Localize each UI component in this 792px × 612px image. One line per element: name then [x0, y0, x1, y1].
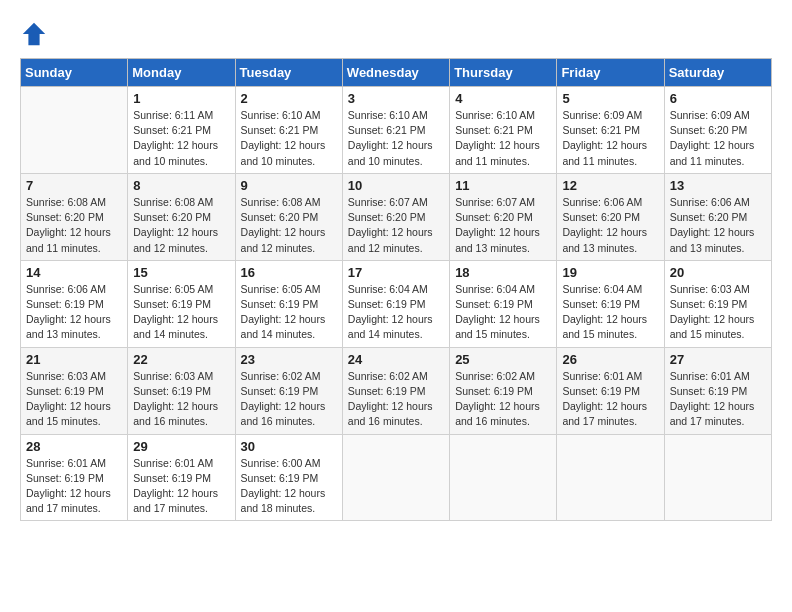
calendar-cell: 14Sunrise: 6:06 AMSunset: 6:19 PMDayligh…: [21, 260, 128, 347]
weekday-header-sunday: Sunday: [21, 59, 128, 87]
calendar-cell: 12Sunrise: 6:06 AMSunset: 6:20 PMDayligh…: [557, 173, 664, 260]
day-number: 16: [241, 265, 337, 280]
day-number: 3: [348, 91, 444, 106]
day-number: 24: [348, 352, 444, 367]
calendar-cell: 17Sunrise: 6:04 AMSunset: 6:19 PMDayligh…: [342, 260, 449, 347]
calendar-cell: 7Sunrise: 6:08 AMSunset: 6:20 PMDaylight…: [21, 173, 128, 260]
day-info: Sunrise: 6:01 AMSunset: 6:19 PMDaylight:…: [670, 369, 766, 430]
calendar-cell: 22Sunrise: 6:03 AMSunset: 6:19 PMDayligh…: [128, 347, 235, 434]
day-number: 10: [348, 178, 444, 193]
calendar-cell: 1Sunrise: 6:11 AMSunset: 6:21 PMDaylight…: [128, 87, 235, 174]
weekday-header-tuesday: Tuesday: [235, 59, 342, 87]
day-number: 17: [348, 265, 444, 280]
calendar-cell: 24Sunrise: 6:02 AMSunset: 6:19 PMDayligh…: [342, 347, 449, 434]
day-info: Sunrise: 6:10 AMSunset: 6:21 PMDaylight:…: [241, 108, 337, 169]
weekday-header-wednesday: Wednesday: [342, 59, 449, 87]
day-number: 30: [241, 439, 337, 454]
calendar-cell: 16Sunrise: 6:05 AMSunset: 6:19 PMDayligh…: [235, 260, 342, 347]
day-number: 21: [26, 352, 122, 367]
calendar-cell: [342, 434, 449, 521]
calendar-cell: 23Sunrise: 6:02 AMSunset: 6:19 PMDayligh…: [235, 347, 342, 434]
day-number: 18: [455, 265, 551, 280]
day-info: Sunrise: 6:10 AMSunset: 6:21 PMDaylight:…: [348, 108, 444, 169]
day-info: Sunrise: 6:06 AMSunset: 6:20 PMDaylight:…: [562, 195, 658, 256]
svg-marker-0: [23, 23, 45, 45]
day-info: Sunrise: 6:05 AMSunset: 6:19 PMDaylight:…: [133, 282, 229, 343]
day-number: 7: [26, 178, 122, 193]
calendar-cell: 5Sunrise: 6:09 AMSunset: 6:21 PMDaylight…: [557, 87, 664, 174]
calendar-week-row: 28Sunrise: 6:01 AMSunset: 6:19 PMDayligh…: [21, 434, 772, 521]
calendar-cell: 6Sunrise: 6:09 AMSunset: 6:20 PMDaylight…: [664, 87, 771, 174]
day-number: 5: [562, 91, 658, 106]
day-number: 4: [455, 91, 551, 106]
day-info: Sunrise: 6:09 AMSunset: 6:21 PMDaylight:…: [562, 108, 658, 169]
page-header: [20, 20, 772, 48]
day-number: 20: [670, 265, 766, 280]
day-info: Sunrise: 6:04 AMSunset: 6:19 PMDaylight:…: [348, 282, 444, 343]
day-info: Sunrise: 6:03 AMSunset: 6:19 PMDaylight:…: [133, 369, 229, 430]
day-number: 27: [670, 352, 766, 367]
calendar-cell: 8Sunrise: 6:08 AMSunset: 6:20 PMDaylight…: [128, 173, 235, 260]
day-number: 15: [133, 265, 229, 280]
calendar-cell: 13Sunrise: 6:06 AMSunset: 6:20 PMDayligh…: [664, 173, 771, 260]
day-number: 19: [562, 265, 658, 280]
calendar-cell: 29Sunrise: 6:01 AMSunset: 6:19 PMDayligh…: [128, 434, 235, 521]
day-info: Sunrise: 6:11 AMSunset: 6:21 PMDaylight:…: [133, 108, 229, 169]
day-info: Sunrise: 6:09 AMSunset: 6:20 PMDaylight:…: [670, 108, 766, 169]
day-info: Sunrise: 6:05 AMSunset: 6:19 PMDaylight:…: [241, 282, 337, 343]
day-info: Sunrise: 6:04 AMSunset: 6:19 PMDaylight:…: [455, 282, 551, 343]
day-number: 14: [26, 265, 122, 280]
logo-icon: [20, 20, 48, 48]
calendar-cell: 10Sunrise: 6:07 AMSunset: 6:20 PMDayligh…: [342, 173, 449, 260]
day-info: Sunrise: 6:01 AMSunset: 6:19 PMDaylight:…: [26, 456, 122, 517]
day-info: Sunrise: 6:02 AMSunset: 6:19 PMDaylight:…: [348, 369, 444, 430]
weekday-header-saturday: Saturday: [664, 59, 771, 87]
day-info: Sunrise: 6:08 AMSunset: 6:20 PMDaylight:…: [241, 195, 337, 256]
day-number: 12: [562, 178, 658, 193]
day-number: 9: [241, 178, 337, 193]
calendar-cell: 15Sunrise: 6:05 AMSunset: 6:19 PMDayligh…: [128, 260, 235, 347]
calendar-cell: 3Sunrise: 6:10 AMSunset: 6:21 PMDaylight…: [342, 87, 449, 174]
day-number: 2: [241, 91, 337, 106]
day-number: 26: [562, 352, 658, 367]
calendar-cell: 19Sunrise: 6:04 AMSunset: 6:19 PMDayligh…: [557, 260, 664, 347]
day-info: Sunrise: 6:08 AMSunset: 6:20 PMDaylight:…: [26, 195, 122, 256]
calendar-cell: 27Sunrise: 6:01 AMSunset: 6:19 PMDayligh…: [664, 347, 771, 434]
day-number: 25: [455, 352, 551, 367]
day-info: Sunrise: 6:10 AMSunset: 6:21 PMDaylight:…: [455, 108, 551, 169]
day-info: Sunrise: 6:03 AMSunset: 6:19 PMDaylight:…: [26, 369, 122, 430]
weekday-header-friday: Friday: [557, 59, 664, 87]
day-number: 6: [670, 91, 766, 106]
calendar-cell: 2Sunrise: 6:10 AMSunset: 6:21 PMDaylight…: [235, 87, 342, 174]
calendar-cell: [557, 434, 664, 521]
day-info: Sunrise: 6:06 AMSunset: 6:19 PMDaylight:…: [26, 282, 122, 343]
calendar-cell: [664, 434, 771, 521]
day-number: 28: [26, 439, 122, 454]
day-info: Sunrise: 6:02 AMSunset: 6:19 PMDaylight:…: [241, 369, 337, 430]
calendar-cell: 18Sunrise: 6:04 AMSunset: 6:19 PMDayligh…: [450, 260, 557, 347]
weekday-header-row: SundayMondayTuesdayWednesdayThursdayFrid…: [21, 59, 772, 87]
logo: [20, 20, 52, 48]
calendar-table: SundayMondayTuesdayWednesdayThursdayFrid…: [20, 58, 772, 521]
calendar-cell: 26Sunrise: 6:01 AMSunset: 6:19 PMDayligh…: [557, 347, 664, 434]
calendar-week-row: 21Sunrise: 6:03 AMSunset: 6:19 PMDayligh…: [21, 347, 772, 434]
day-info: Sunrise: 6:01 AMSunset: 6:19 PMDaylight:…: [133, 456, 229, 517]
day-info: Sunrise: 6:02 AMSunset: 6:19 PMDaylight:…: [455, 369, 551, 430]
calendar-cell: 11Sunrise: 6:07 AMSunset: 6:20 PMDayligh…: [450, 173, 557, 260]
day-number: 11: [455, 178, 551, 193]
day-number: 22: [133, 352, 229, 367]
calendar-cell: 9Sunrise: 6:08 AMSunset: 6:20 PMDaylight…: [235, 173, 342, 260]
calendar-week-row: 1Sunrise: 6:11 AMSunset: 6:21 PMDaylight…: [21, 87, 772, 174]
calendar-cell: 4Sunrise: 6:10 AMSunset: 6:21 PMDaylight…: [450, 87, 557, 174]
weekday-header-thursday: Thursday: [450, 59, 557, 87]
day-info: Sunrise: 6:06 AMSunset: 6:20 PMDaylight:…: [670, 195, 766, 256]
day-number: 13: [670, 178, 766, 193]
calendar-cell: 20Sunrise: 6:03 AMSunset: 6:19 PMDayligh…: [664, 260, 771, 347]
weekday-header-monday: Monday: [128, 59, 235, 87]
calendar-cell: 28Sunrise: 6:01 AMSunset: 6:19 PMDayligh…: [21, 434, 128, 521]
day-info: Sunrise: 6:01 AMSunset: 6:19 PMDaylight:…: [562, 369, 658, 430]
day-number: 1: [133, 91, 229, 106]
calendar-week-row: 14Sunrise: 6:06 AMSunset: 6:19 PMDayligh…: [21, 260, 772, 347]
calendar-cell: 21Sunrise: 6:03 AMSunset: 6:19 PMDayligh…: [21, 347, 128, 434]
calendar-cell: [450, 434, 557, 521]
